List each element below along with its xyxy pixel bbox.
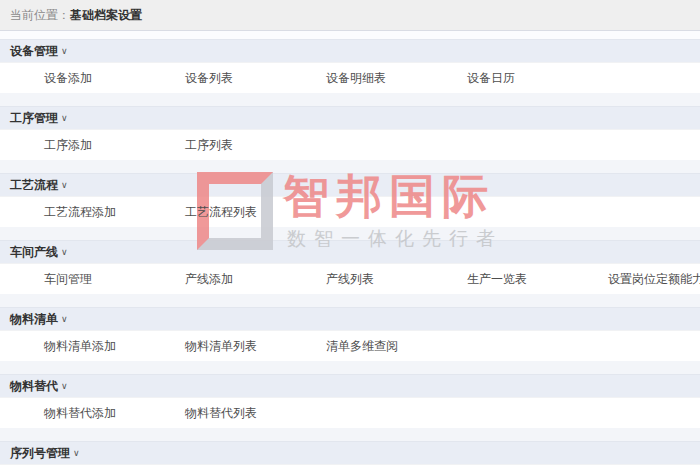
- menu-link[interactable]: 物料替代列表: [141, 398, 282, 428]
- menu-link[interactable]: 车间管理: [0, 264, 141, 294]
- menu-link[interactable]: 工艺流程列表: [141, 197, 282, 227]
- menu-link[interactable]: 序列号生成: [0, 465, 141, 470]
- chevron-down-icon: ∨: [61, 40, 68, 62]
- chevron-down-icon: ∨: [61, 375, 68, 397]
- section-links: 设备添加 设备列表 设备明细表 设备日历: [0, 62, 700, 93]
- menu-link[interactable]: 产线添加: [141, 264, 282, 294]
- menu-link[interactable]: 设备明细表: [282, 63, 423, 93]
- section: 工序管理∨ 工序添加 工序列表: [0, 106, 700, 160]
- menu-link[interactable]: 工艺流程添加: [0, 197, 141, 227]
- section-header[interactable]: 物料清单∨: [0, 307, 700, 330]
- menu-link[interactable]: 设备列表: [141, 63, 282, 93]
- section-title: 车间产线: [10, 245, 58, 259]
- section-links: 序列号生成 序列号列表: [0, 464, 700, 470]
- chevron-down-icon: ∨: [61, 308, 68, 330]
- section: 序列号管理∨ 序列号生成 序列号列表: [0, 441, 700, 470]
- section-header[interactable]: 序列号管理∨: [0, 441, 700, 464]
- section-header[interactable]: 车间产线∨: [0, 240, 700, 263]
- chevron-down-icon: ∨: [61, 241, 68, 263]
- menu-link[interactable]: 设备日历: [423, 63, 564, 93]
- menu-link[interactable]: 生产一览表: [423, 264, 564, 294]
- section-links: 物料替代添加 物料替代列表: [0, 397, 700, 428]
- section-list: 设备管理∨ 设备添加 设备列表 设备明细表 设备日历 工序管理∨ 工序添加 工序…: [0, 39, 700, 470]
- chevron-down-icon: ∨: [61, 174, 68, 196]
- page: 当前位置：基础档案设置 设备管理∨ 设备添加 设备列表 设备明细表 设备日历 工…: [0, 0, 700, 470]
- menu-link[interactable]: 物料清单添加: [0, 331, 141, 361]
- section: 车间产线∨ 车间管理 产线添加 产线列表 生产一览表 设置岗位定额能力: [0, 240, 700, 294]
- menu-link[interactable]: 工序添加: [0, 130, 141, 160]
- section: 物料替代∨ 物料替代添加 物料替代列表: [0, 374, 700, 428]
- section-header[interactable]: 设备管理∨: [0, 39, 700, 62]
- menu-link[interactable]: 产线列表: [282, 264, 423, 294]
- menu-link[interactable]: 序列号列表: [141, 465, 282, 470]
- menu-link[interactable]: 清单多维查阅: [282, 331, 423, 361]
- menu-link[interactable]: 设置岗位定额能力: [564, 264, 700, 294]
- section-title: 序列号管理: [10, 446, 70, 460]
- chevron-down-icon: ∨: [73, 442, 80, 464]
- section-title: 物料替代: [10, 379, 58, 393]
- section-title: 设备管理: [10, 44, 58, 58]
- section-links: 车间管理 产线添加 产线列表 生产一览表 设置岗位定额能力: [0, 263, 700, 294]
- section-links: 工序添加 工序列表: [0, 129, 700, 160]
- section: 物料清单∨ 物料清单添加 物料清单列表 清单多维查阅: [0, 307, 700, 361]
- menu-link[interactable]: 物料清单列表: [141, 331, 282, 361]
- spacer: [0, 31, 700, 39]
- chevron-down-icon: ∨: [61, 107, 68, 129]
- section: 设备管理∨ 设备添加 设备列表 设备明细表 设备日历: [0, 39, 700, 93]
- section-title: 工艺流程: [10, 178, 58, 192]
- section: 工艺流程∨ 工艺流程添加 工艺流程列表: [0, 173, 700, 227]
- section-header[interactable]: 工序管理∨: [0, 106, 700, 129]
- section-header[interactable]: 工艺流程∨: [0, 173, 700, 196]
- menu-link[interactable]: 设备添加: [0, 63, 141, 93]
- breadcrumb: 当前位置：基础档案设置: [0, 0, 700, 31]
- section-title: 工序管理: [10, 111, 58, 125]
- menu-link[interactable]: 物料替代添加: [0, 398, 141, 428]
- breadcrumb-label: 当前位置：: [10, 8, 70, 22]
- menu-link[interactable]: 工序列表: [141, 130, 282, 160]
- breadcrumb-current: 基础档案设置: [70, 8, 142, 22]
- section-header[interactable]: 物料替代∨: [0, 374, 700, 397]
- section-links: 物料清单添加 物料清单列表 清单多维查阅: [0, 330, 700, 361]
- section-links: 工艺流程添加 工艺流程列表: [0, 196, 700, 227]
- section-title: 物料清单: [10, 312, 58, 326]
